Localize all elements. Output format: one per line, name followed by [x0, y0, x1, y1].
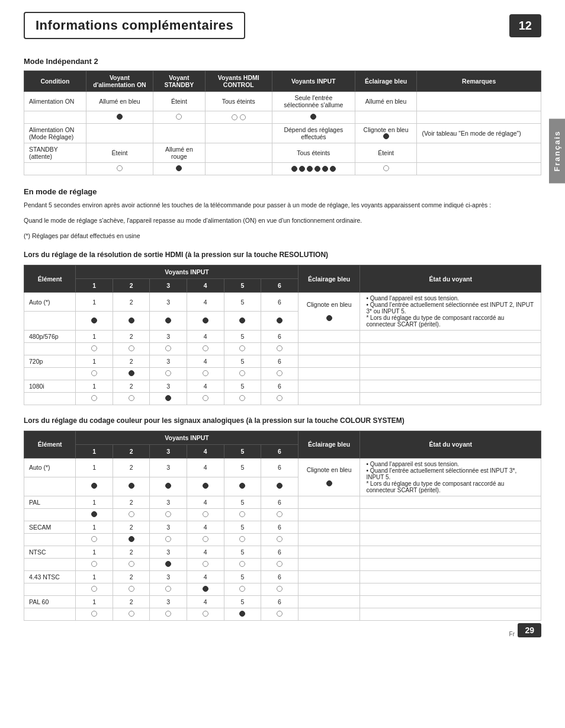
dot-indicator — [203, 395, 208, 401]
dot-indicator — [203, 483, 208, 489]
dot-indicator — [239, 611, 245, 617]
dot-indicator — [165, 511, 171, 517]
dot-indicator — [277, 536, 282, 542]
section3-title: Lors du réglage de la résolution de sort… — [24, 250, 541, 260]
dot-indicator — [129, 370, 134, 376]
dot-indicator — [239, 318, 245, 323]
table-row: 720p 1 2 3 4 5 6 — [24, 355, 541, 368]
col-standby: Voyant STANDBY — [153, 71, 205, 92]
dot-indicator — [91, 395, 97, 401]
table-row-dots — [24, 558, 541, 570]
dot-indicator — [322, 166, 328, 172]
dot-indicator — [277, 370, 282, 376]
dot-indicator — [129, 395, 134, 401]
dot-indicator — [91, 345, 97, 351]
dot-indicator — [91, 536, 97, 542]
page-number: 29 — [518, 623, 541, 637]
dot-indicator — [165, 611, 171, 617]
dot-indicator — [239, 395, 245, 401]
dot-indicator — [239, 586, 245, 592]
col-element: Élément — [24, 265, 76, 293]
dot-indicator — [277, 511, 282, 517]
dot-indicator — [203, 611, 208, 617]
dot-indicator — [326, 480, 332, 486]
dot-indicator — [129, 511, 134, 517]
dot-indicator — [277, 395, 282, 401]
dot-indicator — [165, 483, 171, 489]
col-bleu: Éclairage bleu — [355, 71, 417, 92]
table-row-dots — [24, 608, 541, 620]
dot-indicator — [176, 165, 182, 171]
table-row: Auto (*) 123456 Clignote en bleu • Quand… — [24, 458, 541, 477]
dot-indicator — [277, 483, 282, 489]
section2-title: En mode de réglage — [24, 187, 541, 196]
col-voyants-input: Voyants INPUT — [76, 265, 298, 279]
dot-indicator — [91, 511, 97, 517]
dot-indicator — [91, 561, 97, 567]
col-condition: Condition — [24, 71, 86, 92]
dot-indicator — [165, 370, 171, 376]
table-row-dots — [24, 368, 541, 380]
dot-indicator — [239, 483, 245, 489]
dot-indicator — [129, 483, 134, 489]
dot-indicator — [117, 165, 123, 171]
dot-indicator — [326, 315, 332, 321]
col-remarques: Remarques — [417, 71, 541, 92]
table-row-dots — [24, 111, 541, 124]
dot-indicator — [203, 561, 208, 567]
dot-indicator — [307, 166, 313, 172]
dot-indicator — [383, 133, 389, 139]
col-etat: État du voyant — [360, 431, 541, 458]
table-row: 1080i 1 2 3 4 5 6 — [24, 380, 541, 393]
dot-indicator — [129, 318, 134, 323]
table-row: Alimentation ON Allumé en bleu Éteint To… — [24, 92, 541, 111]
dot-indicator — [165, 395, 171, 401]
dot-indicator — [165, 586, 171, 592]
dot-indicator — [165, 345, 171, 351]
header-number: 12 — [509, 14, 541, 37]
table-row-dots — [24, 508, 541, 521]
dot-indicator — [299, 166, 305, 172]
col-eclairage: Éclairage bleu — [298, 265, 360, 293]
dot-indicator — [203, 345, 208, 351]
dot-indicator — [330, 166, 336, 172]
dot-indicator — [91, 483, 97, 489]
section4-title: Lors du réglage du codage couleur pour l… — [24, 416, 541, 426]
side-language-label: Français — [549, 118, 565, 183]
dot-indicator — [203, 536, 208, 542]
mode-independant-table: Condition Voyant d'alimentation ON Voyan… — [24, 70, 541, 175]
dot-indicator — [277, 561, 282, 567]
col-eclairage: Éclairage bleu — [298, 431, 360, 458]
table-row: Auto (*) 1 2 3 4 5 6 Clignote en bleu • … — [24, 293, 541, 312]
page-lang: Fr — [509, 631, 515, 637]
section2-text1: Pendant 5 secondes environ après avoir a… — [24, 201, 541, 210]
dot-indicator — [240, 114, 246, 120]
dot-indicator — [129, 586, 134, 592]
dot-indicator — [310, 114, 316, 120]
dot-indicator — [117, 114, 123, 120]
dot-indicator — [277, 611, 282, 617]
dot-indicator — [91, 586, 97, 592]
dot-indicator — [165, 318, 171, 323]
table-row-dots — [24, 533, 541, 546]
dot-indicator — [129, 561, 134, 567]
dot-indicator — [239, 561, 245, 567]
dot-indicator — [203, 511, 208, 517]
dot-indicator — [129, 345, 134, 351]
resolution-table: Élément Voyants INPUT Éclairage bleu Éta… — [24, 265, 541, 405]
dot-indicator — [165, 536, 171, 542]
dot-indicator — [203, 586, 208, 592]
table-row-dots — [24, 583, 541, 595]
dot-indicator — [277, 345, 282, 351]
dot-indicator — [91, 370, 97, 376]
col-input: Voyants INPUT — [272, 71, 355, 92]
col-hdmi-ctrl: Voyants HDMI CONTROL — [205, 71, 272, 92]
header-title: Informations complémentaires — [24, 12, 245, 39]
dot-indicator — [383, 165, 389, 171]
dot-indicator — [239, 345, 245, 351]
section1-title: Mode Indépendant 2 — [24, 57, 541, 66]
dot-indicator — [203, 318, 208, 323]
table-row: PAL 60 123456 — [24, 595, 541, 608]
dot-indicator — [129, 536, 134, 542]
table-row-dots — [24, 393, 541, 405]
